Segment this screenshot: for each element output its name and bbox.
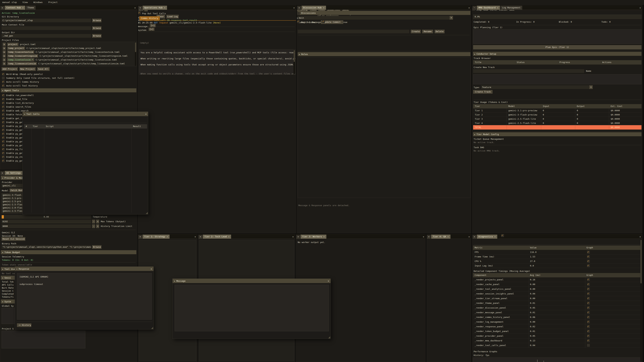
popout-toolcalls-checkbox[interactable] (138, 11, 141, 14)
message-textarea[interactable] (174, 285, 329, 331)
component-graph-checkbox[interactable] (587, 283, 590, 286)
epic-planning-textarea[interactable] (473, 29, 642, 44)
system-textarea-scrollbar[interactable] (294, 50, 295, 74)
project-file-pill[interactable]: temp_project (7, 46, 25, 50)
discussions-header[interactable]: Discussions (298, 11, 470, 15)
response-textarea[interactable]: [GEMINI_CLI API ERROR] subprocess timeou… (17, 273, 152, 320)
comms-entry-line[interactable]: #1 20:25:09 OUT request gemini_cli/gemin… (138, 21, 296, 24)
component-graph-checkbox[interactable] (587, 306, 590, 309)
tab-tier1-strategy[interactable]: Tier 1: Strategy (142, 235, 170, 239)
response-to-history-button[interactable]: -> History (17, 323, 31, 327)
panel-menu-icon[interactable] (297, 6, 301, 10)
menu-item-project[interactable]: Project (48, 1, 58, 3)
remove-file-button[interactable]: x (3, 50, 6, 54)
tab-tier4-qa[interactable]: Tier 4: QA (431, 235, 450, 239)
close-icon[interactable] (292, 236, 294, 238)
history-limit-input[interactable]: 8000 (2, 224, 91, 228)
menu-item-windows[interactable]: Windows (33, 1, 42, 3)
option-checkbox[interactable] (2, 80, 5, 83)
tab-comms-history[interactable]: Comms History (139, 16, 160, 20)
component-graph-checkbox[interactable] (587, 278, 590, 281)
system-prompt-textarea[interactable]: You are a helpful coding assistant with … (139, 49, 295, 75)
tab-context-hub[interactable]: Context Hub (5, 6, 25, 10)
close-icon[interactable] (640, 236, 641, 238)
popout-message-checkbox[interactable] (297, 20, 300, 23)
tab-log-management[interactable]: Log Management (500, 6, 522, 10)
agent-tool-checkbox[interactable] (2, 129, 5, 131)
close-icon[interactable] (468, 236, 470, 238)
delete-button[interactable]: Delete (434, 30, 444, 33)
option-checkbox[interactable] (2, 77, 5, 79)
metric-graph-checkbox[interactable] (587, 255, 590, 258)
close-icon[interactable] (194, 236, 196, 238)
temperature-slider[interactable]: 0.00 (2, 215, 91, 219)
component-graph-checkbox[interactable] (587, 292, 590, 295)
rename-button[interactable]: Rename (422, 30, 433, 33)
expand-system-button[interactable]: [+] (148, 28, 154, 31)
track-name-input[interactable] (473, 69, 584, 73)
agent-tools-header[interactable]: Agent Tools (1, 88, 136, 92)
max-tokens-input[interactable]: 8192 (2, 220, 91, 223)
agent-tool-checkbox[interactable] (2, 136, 5, 139)
agent-tool-checkbox[interactable] (2, 105, 5, 108)
tier-model-config-header[interactable]: Tier Model Config (473, 132, 642, 136)
panel-menu-icon[interactable] (296, 235, 300, 239)
menu-item-app[interactable]: manual slop (2, 1, 17, 3)
panel-menu-icon[interactable] (472, 235, 476, 239)
add-project-button[interactable]: Add Project (2, 67, 18, 71)
component-graph-checkbox[interactable] (587, 288, 590, 291)
project-file-pill[interactable]: temp_livetoolssim * (7, 58, 34, 61)
project-file-pill[interactable]: temp_liveaisettingssim (7, 54, 38, 57)
close-icon[interactable] (423, 236, 424, 238)
close-icon[interactable] (640, 6, 641, 9)
component-graph-checkbox[interactable] (587, 302, 590, 305)
tool-calls-titlebar[interactable]: Tool Calls (23, 112, 148, 116)
component-graph-checkbox[interactable] (587, 330, 590, 333)
tab-mma-dashboard[interactable]: MMA Dashboard (477, 6, 500, 10)
mcf-browse-button[interactable]: Browse (92, 26, 102, 30)
tab-operations-hub[interactable]: Operations Hub (142, 6, 167, 10)
reset-cli-session-button[interactable]: Reset CLI Session (2, 237, 25, 241)
agent-tool-checkbox[interactable] (2, 132, 5, 135)
popout-response-checkbox[interactable] (322, 20, 325, 23)
git-browse-button[interactable]: Browse (92, 18, 102, 22)
panel-menu-icon[interactable] (138, 235, 142, 239)
remove-file-button[interactable]: x (3, 46, 6, 50)
component-graph-checkbox[interactable] (587, 316, 590, 319)
tab-tier2-tech-lead[interactable]: Tier 2: Tech Lead (203, 235, 231, 239)
agent-tool-checkbox[interactable] (2, 144, 5, 147)
binary-path-input[interactable]: "C:\projects\manual_slop\.venv\Scripts\p… (2, 245, 91, 249)
plus-button[interactable]: + (96, 224, 99, 228)
new-project-button[interactable]: New Project (19, 67, 36, 71)
component-graph-checkbox[interactable] (587, 344, 590, 347)
agent-tool-checkbox[interactable] (2, 113, 5, 116)
project-file-pill[interactable]: temp_liveexecutionsim (7, 62, 37, 65)
component-graph-checkbox[interactable] (587, 297, 590, 300)
close-icon[interactable] (134, 6, 136, 9)
agent-tool-checkbox[interactable] (2, 148, 5, 151)
component-graph-checkbox[interactable] (587, 311, 590, 314)
close-icon[interactable] (145, 113, 146, 115)
agent-tool-checkbox[interactable] (2, 156, 5, 158)
minus-button[interactable]: - (92, 220, 95, 223)
panel-menu-icon[interactable] (198, 235, 202, 239)
diagnostics-scrollbar[interactable] (640, 239, 642, 362)
remove-file-button[interactable]: x (3, 58, 6, 61)
remove-file-button[interactable]: x (3, 54, 6, 57)
metric-graph-checkbox[interactable] (587, 251, 590, 254)
discussion-combo[interactable]: main (298, 16, 453, 19)
output-dir-input[interactable]: ./md_gen (2, 34, 91, 38)
remove-file-button[interactable]: x (3, 43, 6, 46)
close-icon[interactable] (468, 6, 470, 9)
close-icon[interactable] (150, 268, 152, 270)
tab-ai-settings[interactable]: AI Settings (5, 171, 25, 175)
option-checkbox[interactable] (2, 73, 5, 76)
create-track-button[interactable]: Create Track (473, 90, 492, 94)
project-file-pill[interactable]: project (7, 43, 18, 46)
project-file-pill[interactable]: temp_livecontextsim (7, 50, 34, 54)
panel-menu-icon[interactable] (427, 235, 431, 239)
enable-profiling-checkbox[interactable] (501, 234, 504, 237)
discussion-history-region[interactable] (298, 57, 470, 198)
agent-tool-checkbox[interactable] (2, 140, 5, 143)
close-icon[interactable] (293, 6, 295, 9)
